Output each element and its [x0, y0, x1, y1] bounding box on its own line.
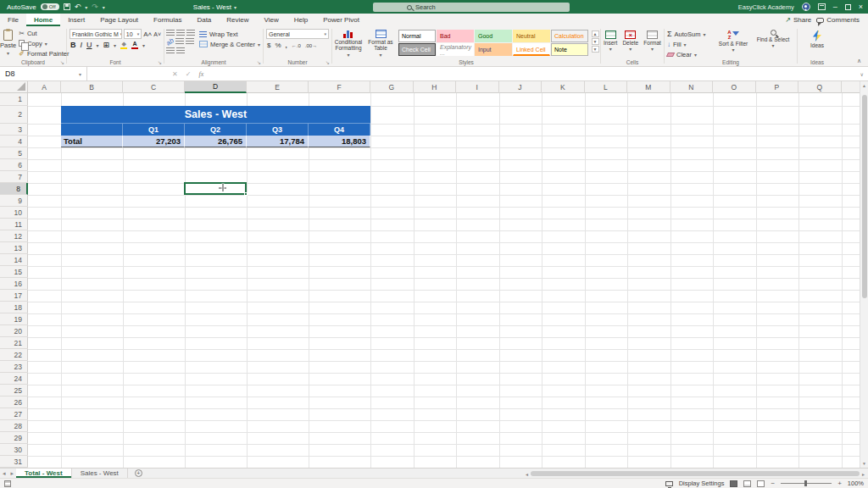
increase-decimal-icon[interactable]: ←.0 — [292, 43, 301, 48]
cell-style-note[interactable]: Note — [551, 43, 588, 56]
ribbon-tab-review[interactable]: Review — [219, 14, 256, 26]
status-grid-icon[interactable] — [4, 480, 11, 487]
share-button[interactable]: ↗Share — [785, 16, 811, 24]
search-box[interactable]: Search — [373, 3, 570, 12]
currency-format-icon[interactable]: $ — [267, 42, 270, 49]
zoom-level[interactable]: 100% — [848, 480, 864, 487]
row-header-6[interactable]: 6 — [0, 159, 28, 171]
bold-button[interactable]: B — [70, 41, 76, 49]
autosum-button[interactable]: ΣAutoSum▾ — [665, 29, 714, 39]
row-header-19[interactable]: 19 — [0, 313, 28, 325]
selected-cell-outline[interactable] — [184, 182, 247, 195]
row-header-28[interactable]: 28 — [0, 420, 28, 432]
cell-style-checkcell[interactable]: Check Cell — [398, 43, 436, 56]
column-header-c[interactable]: C — [123, 81, 185, 93]
document-title[interactable]: Sales - West▾ — [193, 3, 236, 11]
align-bottom-icon[interactable] — [186, 30, 195, 36]
zoom-out-icon[interactable]: − — [771, 480, 775, 487]
clipboard-dialog-launcher-icon[interactable]: ↘ — [60, 59, 64, 65]
table-header-q3-cell[interactable]: Q3 — [247, 124, 309, 136]
avatar[interactable] — [802, 3, 810, 11]
comma-format-icon[interactable]: , — [286, 42, 287, 49]
row-header-11[interactable]: 11 — [0, 219, 28, 230]
column-header-b[interactable]: B — [61, 81, 123, 93]
column-header-l[interactable]: L — [585, 81, 628, 93]
borders-icon[interactable]: ⊞ — [103, 41, 110, 49]
row-header-5[interactable]: 5 — [0, 147, 28, 159]
gallery-more-icon[interactable]: ▼ — [592, 46, 599, 53]
cancel-icon[interactable]: ✕ — [172, 70, 178, 78]
table-header-empty-cell[interactable] — [61, 124, 123, 136]
display-settings-button[interactable]: Display Settings — [679, 480, 725, 487]
vertical-scrollbar[interactable]: ▲ ▼ — [860, 81, 868, 468]
scroll-left-icon[interactable]: ◂ — [526, 471, 528, 477]
row-header-24[interactable]: 24 — [0, 373, 28, 385]
scroll-right-icon[interactable]: ▸ — [862, 471, 865, 477]
column-header-o[interactable]: O — [713, 81, 756, 93]
row-header-2[interactable]: 2 — [0, 106, 28, 124]
spreadsheet-grid[interactable]: ABCDEFGHIJKLMNOPQ 1234567891011121314151… — [0, 81, 860, 468]
comments-button[interactable]: Comments — [816, 16, 860, 24]
horizontal-scrollbar[interactable]: ◂ ▸ — [526, 470, 865, 477]
align-middle-icon[interactable] — [176, 30, 185, 36]
row-header-31[interactable]: 31 — [0, 456, 28, 468]
fill-handle[interactable] — [244, 192, 248, 196]
cell-style-linkedcell[interactable]: Linked Cell — [513, 43, 550, 56]
row-header-26[interactable]: 26 — [0, 396, 28, 408]
horizontal-scroll-thumb[interactable] — [531, 471, 860, 476]
column-header-q[interactable]: Q — [798, 81, 842, 93]
name-box[interactable]: D8▾ — [0, 67, 87, 80]
indent-icons[interactable] — [176, 47, 185, 54]
ribbon-tab-file[interactable]: File — [0, 14, 26, 26]
row-header-14[interactable]: 14 — [0, 254, 28, 266]
row-header-29[interactable]: 29 — [0, 432, 28, 444]
wrap-text-button[interactable]: Wrap Text — [197, 29, 263, 39]
cell-style-good[interactable]: Good — [475, 30, 512, 42]
column-header-k[interactable]: K — [542, 81, 585, 93]
undo-dropdown-caret[interactable]: ▾ — [85, 4, 87, 10]
row-header-3[interactable]: 3 — [0, 124, 28, 136]
row-header-30[interactable]: 30 — [0, 444, 28, 456]
underline-button[interactable]: U — [86, 41, 92, 49]
ribbon-tab-formulas[interactable]: Formulas — [146, 14, 189, 26]
font-family-select[interactable]: Franklin Gothic M▾ — [70, 29, 122, 39]
table-total-label-cell[interactable]: Total — [61, 136, 123, 147]
zoom-slider-thumb[interactable] — [804, 480, 807, 486]
column-header-f[interactable]: F — [309, 81, 370, 93]
decrease-decimal-icon[interactable]: .00→ — [305, 43, 317, 48]
ribbon-tab-page-layout[interactable]: Page Layout — [92, 14, 146, 26]
increase-font-size-icon[interactable]: A˄ — [143, 30, 152, 38]
cell-style-explanatory[interactable]: Explanatory ... — [437, 43, 474, 56]
merge-center-button[interactable]: Merge & Center▾ — [197, 39, 263, 49]
row-header-16[interactable]: 16 — [0, 278, 28, 290]
align-top-icon[interactable] — [166, 30, 175, 36]
cell-style-neutral[interactable]: Neutral — [513, 30, 550, 42]
column-header-n[interactable]: N — [670, 81, 714, 93]
font-color-icon[interactable]: A — [131, 41, 138, 49]
table-header-q4-cell[interactable]: Q4 — [309, 124, 370, 136]
row-header-1[interactable]: 1 — [0, 93, 28, 106]
select-all-corner[interactable] — [0, 81, 28, 93]
gallery-down-icon[interactable]: ▼ — [592, 38, 599, 45]
number-dialog-launcher-icon[interactable]: ↘ — [326, 59, 330, 65]
decrease-font-size-icon[interactable]: A˅ — [153, 31, 161, 37]
autosave-toggle[interactable]: Off — [41, 3, 59, 10]
ribbon-tab-power-pivot[interactable]: Power Pivot — [315, 14, 367, 26]
copy-button[interactable]: Copy▾ — [16, 38, 71, 48]
cell-style-normal[interactable]: Normal — [398, 30, 436, 42]
table-title-cell[interactable]: Sales - West — [61, 106, 370, 124]
row-header-13[interactable]: 13 — [0, 242, 28, 254]
expand-formula-bar-icon[interactable]: ∨ — [860, 71, 864, 77]
row-header-23[interactable]: 23 — [0, 361, 28, 373]
italic-button[interactable]: I — [81, 41, 83, 49]
undo-icon[interactable]: ↶ — [75, 3, 81, 11]
close-button[interactable]: × — [859, 3, 863, 11]
row-header-27[interactable]: 27 — [0, 408, 28, 420]
row-header-18[interactable]: 18 — [0, 302, 28, 313]
account-name[interactable]: EasyClick Academy — [738, 3, 794, 11]
vertical-scroll-thumb[interactable] — [862, 95, 867, 298]
page-layout-view-icon[interactable] — [743, 480, 751, 487]
zoom-slider[interactable] — [781, 483, 832, 484]
ribbon-tab-data[interactable]: Data — [189, 14, 219, 26]
column-header-m[interactable]: M — [627, 81, 670, 93]
